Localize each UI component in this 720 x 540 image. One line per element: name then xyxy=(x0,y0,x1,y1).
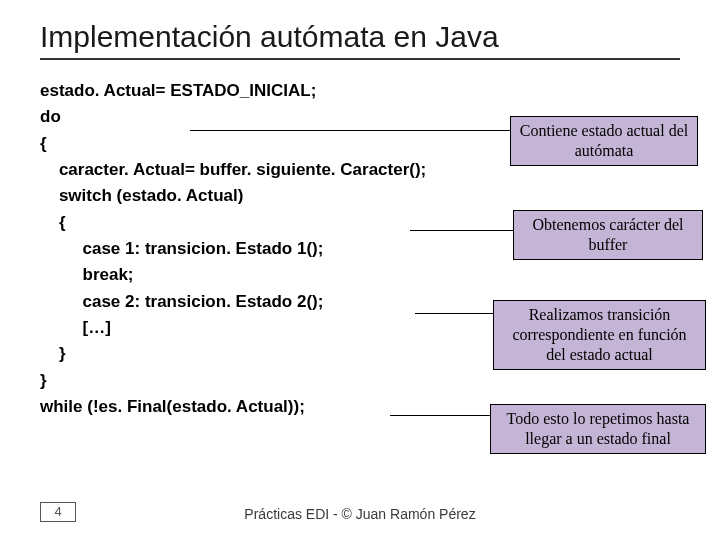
connector-line xyxy=(190,130,510,131)
code-line: { xyxy=(40,134,47,153)
slide-title: Implementación autómata en Java xyxy=(40,20,680,60)
callout-obtener-caracter: Obtenemos carácter del buffer xyxy=(513,210,703,260)
connector-line xyxy=(390,415,490,416)
callout-repetir: Todo esto lo repetimos hasta llegar a un… xyxy=(490,404,706,454)
code-line: { xyxy=(40,213,66,232)
code-line: case 1: transicion. Estado 1(); xyxy=(40,239,323,258)
code-line: […] xyxy=(40,318,111,337)
code-line: case 2: transicion. Estado 2(); xyxy=(40,292,323,311)
footer-text: Prácticas EDI - © Juan Ramón Pérez xyxy=(0,506,720,522)
callout-estado-actual: Contiene estado actual del autómata xyxy=(510,116,698,166)
connector-line xyxy=(410,230,513,231)
footer: 4 Prácticas EDI - © Juan Ramón Pérez xyxy=(0,500,720,522)
code-line: break; xyxy=(40,265,134,284)
connector-line xyxy=(415,313,493,314)
code-line: do xyxy=(40,107,61,126)
code-line: caracter. Actual= buffer. siguiente. Car… xyxy=(40,160,426,179)
code-line: estado. Actual= ESTADO_INICIAL; xyxy=(40,81,316,100)
code-line: } xyxy=(40,371,47,390)
slide: Implementación autómata en Java estado. … xyxy=(0,0,720,540)
code-line: while (!es. Final(estado. Actual)); xyxy=(40,397,305,416)
callout-transicion: Realizamos transición correspondiente en… xyxy=(493,300,706,370)
code-line: switch (estado. Actual) xyxy=(40,186,243,205)
code-line: } xyxy=(40,344,66,363)
